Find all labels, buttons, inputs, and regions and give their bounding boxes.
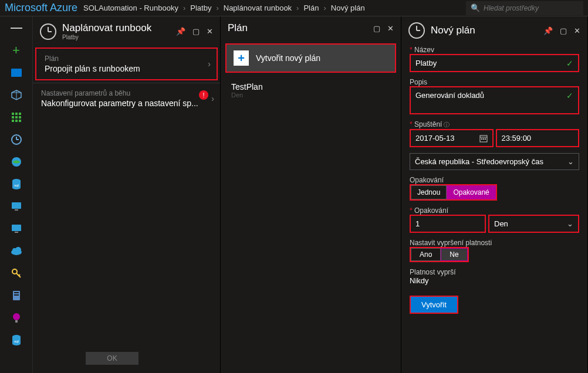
name-input[interactable] [411,55,562,71]
breadcrumb: SOLAutomation - Runbooky › Platby › Napl… [83,4,365,12]
timezone-select[interactable]: Česká republika - Středoevropský čas ⌄ [410,153,579,170]
desc-field-wrap: Generování dokladů ✓ [410,86,579,114]
svg-rect-5 [15,113,18,115]
svg-point-27 [15,247,21,253]
alert-icon: ! [199,90,208,100]
chevron-right-icon: › [216,4,218,12]
crumb-0[interactable]: SOLAutomation - Runbooky [83,4,178,12]
schedule-row[interactable]: TestPlan Den [221,77,401,103]
top-bar: Microsoft Azure SOLAutomation - Runbooky… [0,0,588,16]
dashboard-icon[interactable] [11,67,22,79]
plus-icon: + [234,50,249,66]
svg-rect-42 [481,138,482,140]
svg-line-30 [19,274,20,276]
pin-icon[interactable]: 📌 [176,27,185,36]
schedule-sub: Den [231,91,390,99]
recurrence-label: Opakování [410,176,579,184]
maximize-icon[interactable]: ▢ [560,26,567,35]
pin-icon[interactable]: 📌 [543,26,553,35]
crumb-4[interactable]: Nový plán [331,4,365,12]
expiry-no-option[interactable]: Ne [441,248,467,261]
new-resource-icon[interactable]: + [11,45,22,56]
chevron-right-icon: › [208,59,211,69]
svg-rect-4 [12,113,14,115]
sql-db-icon[interactable]: sql [11,178,22,190]
crumb-1[interactable]: Platby [190,4,211,12]
close-icon[interactable]: ✕ [574,26,580,35]
expiry-toggle: Ano Ne [410,247,469,262]
info-icon: ⓘ [444,121,450,128]
time-input[interactable] [497,130,579,146]
time-field-wrap [496,129,580,147]
expires-value: Nikdy [410,276,579,285]
hamburger-icon[interactable] [11,22,22,34]
unit-value: Den [494,219,508,228]
bulb-icon[interactable] [11,312,22,324]
expires-label: Platnost vyprší [410,268,579,276]
sql-db2-icon[interactable]: sql [11,334,22,346]
chevron-down-icon: ⌄ [567,157,574,166]
desc-input[interactable]: Generování dokladů [411,87,562,113]
link-plan-label: Plán [45,55,208,63]
chevron-right-icon: › [296,4,299,12]
chevron-right-icon: › [323,4,326,12]
recurrence2-label: Opakování [410,206,579,215]
maximize-icon[interactable]: ▢ [373,24,380,33]
grid-icon[interactable] [11,111,22,123]
monitor1-icon[interactable] [11,201,22,212]
search-box[interactable]: 🔍 [466,1,583,15]
check-icon: ✓ [562,59,578,68]
ok-button[interactable]: OK [86,352,138,365]
svg-rect-7 [12,116,14,118]
svg-rect-11 [15,120,18,122]
params-label: Nastavení parametrů a běhu [41,89,212,97]
crumb-3[interactable]: Plán [303,4,319,12]
cube-icon[interactable] [11,89,22,101]
svg-text:sql: sql [14,184,19,187]
recur-repeat-option[interactable]: Opakované [447,185,495,199]
server-icon[interactable] [11,290,22,301]
schedule-name: TestPlan [231,82,390,91]
create-button[interactable]: Vytvořit [410,296,458,314]
chevron-down-icon: ⌄ [567,219,573,228]
date-input[interactable] [411,130,475,146]
search-input[interactable] [484,4,579,12]
recur-once-option[interactable]: Jednou [411,185,447,199]
monitor2-icon[interactable] [11,223,22,235]
create-new-plan-button[interactable]: + Vytvořit nový plán [225,43,396,73]
close-icon[interactable]: ✕ [207,27,213,36]
svg-rect-0 [11,69,22,77]
blade1-title: Naplánovat runbook [62,22,151,34]
maximize-icon[interactable]: ▢ [192,27,200,36]
clock-icon [40,23,56,40]
svg-point-28 [12,269,17,274]
calendar-icon[interactable] [475,134,492,143]
expiry-yes-option[interactable]: Ano [411,248,441,261]
key-icon[interactable] [11,267,22,279]
svg-rect-35 [15,320,18,323]
svg-text:sql: sql [14,340,19,343]
unit-select[interactable]: Den ⌄ [488,215,579,233]
interval-input[interactable] [411,216,485,232]
svg-rect-21 [12,202,21,209]
close-icon[interactable]: ✕ [387,24,394,33]
desc-label: Popis [410,78,579,86]
chevron-right-icon: › [211,94,214,103]
crumb-2[interactable]: Naplánovat runbook [224,4,292,12]
link-plan-item[interactable]: Plán Propojit plán s runbookem › [35,48,218,80]
svg-rect-22 [15,209,18,211]
cloud-icon[interactable] [11,245,22,257]
timezone-value: Česká republika - Středoevropský čas [415,157,543,166]
clock-nav-icon[interactable] [11,134,22,145]
name-label: Název [410,46,579,54]
blade-new-plan: Nový plán 📌 ▢ ✕ Název ✓ Popis Generování… [401,16,588,373]
blade2-title: Plán [228,22,248,34]
recurrence-toggle: Jednou Opakované [410,184,497,201]
blade-schedule-runbook: Naplánovat runbook Platby 📌 ▢ ✕ Plán Pro… [33,16,221,373]
left-nav: + sql sql [0,16,33,373]
globe-icon[interactable] [11,156,22,168]
svg-rect-32 [14,292,19,293]
search-icon: 🔍 [471,4,480,12]
name-field-wrap: ✓ [410,54,579,72]
params-item[interactable]: Nastavení parametrů a běhu Nakonfigurova… [33,83,220,114]
